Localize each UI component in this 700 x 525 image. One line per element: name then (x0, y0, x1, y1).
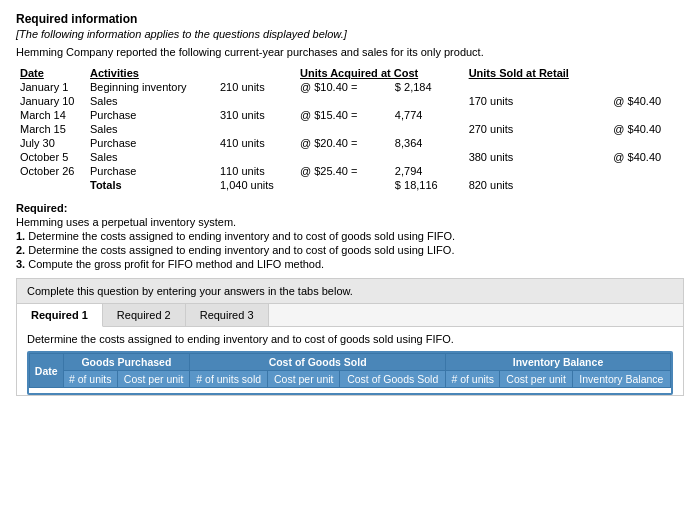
fifo-section-cost-goods-sold: Cost of Goods Sold (190, 354, 446, 371)
fifo-table-wrapper: Date Goods Purchased Cost of Goods Sold … (27, 351, 673, 395)
fifo-subheader-cost-goods-sold: Cost of Goods Sold (340, 371, 446, 388)
table-row-totals: Totals 1,040 units $ 18,116 820 units (16, 178, 684, 192)
table-row: January 1 Beginning inventory 210 units … (16, 80, 684, 94)
table-row: March 15 Sales 270 units @ $40.40 (16, 122, 684, 136)
fifo-description: Determine the costs assigned to ending i… (27, 333, 673, 345)
table-row: January 10 Sales 170 units @ $40.40 (16, 94, 684, 108)
req-item-2: 2. Determine the costs assigned to endin… (16, 244, 684, 256)
tabs-container: Complete this question by entering your … (16, 278, 684, 396)
fifo-subheader-inv-cost-per-unit: Cost per unit (500, 371, 572, 388)
fifo-subheader-inv-balance: Inventory Balance (572, 371, 670, 388)
table-row: July 30 Purchase 410 units @ $20.40 = 8,… (16, 136, 684, 150)
tab-instruction: Complete this question by entering your … (17, 279, 683, 304)
perpetual-note: Hemming uses a perpetual inventory syste… (16, 216, 684, 228)
required-info-header: Required information [The following info… (16, 12, 684, 58)
required-section: Required: Hemming uses a perpetual inven… (16, 202, 684, 270)
italic-note: [The following information applies to th… (16, 28, 684, 40)
fifo-subheader-inv-units: # of units (445, 371, 499, 388)
col-header-activities: Activities (86, 66, 216, 80)
col-header-units-sold: Units Sold at Retail (465, 66, 610, 80)
table-row: October 5 Sales 380 units @ $40.40 (16, 150, 684, 164)
fifo-col-date: Date (30, 354, 64, 388)
fifo-section-goods-purchased: Goods Purchased (63, 354, 190, 371)
table-row: March 14 Purchase 310 units @ $15.40 = 4… (16, 108, 684, 122)
req-item-3: 3. Compute the gross profit for FIFO met… (16, 258, 684, 270)
table-row: October 26 Purchase 110 units @ $25.40 =… (16, 164, 684, 178)
fifo-table: Date Goods Purchased Cost of Goods Sold … (29, 353, 671, 393)
inventory-table: Date Activities Units Acquired at Cost U… (16, 66, 684, 192)
tab-required1[interactable]: Required 1 (17, 304, 103, 327)
required-info-title: Required information (16, 12, 684, 26)
company-desc: Hemming Company reported the following c… (16, 46, 684, 58)
tabs-row: Required 1 Required 2 Required 3 (17, 304, 683, 327)
fifo-subheader-cost-per-unit-1: Cost per unit (117, 371, 189, 388)
tab-required3[interactable]: Required 3 (186, 304, 269, 326)
req-item-1: 1. Determine the costs assigned to endin… (16, 230, 684, 242)
tab-required2[interactable]: Required 2 (103, 304, 186, 326)
fifo-section-inventory-balance: Inventory Balance (445, 354, 670, 371)
fifo-subheader-cost-per-unit-2: Cost per unit (268, 371, 340, 388)
fifo-data-row (30, 388, 671, 393)
fifo-subheader-units: # of units (63, 371, 117, 388)
col-header-date: Date (16, 66, 86, 80)
required-label: Required: (16, 202, 684, 214)
tab-content-required1: Determine the costs assigned to ending i… (17, 327, 683, 395)
fifo-subheader-units-sold: # of units sold (190, 371, 268, 388)
col-header-units-acquired: Units Acquired at Cost (296, 66, 465, 80)
